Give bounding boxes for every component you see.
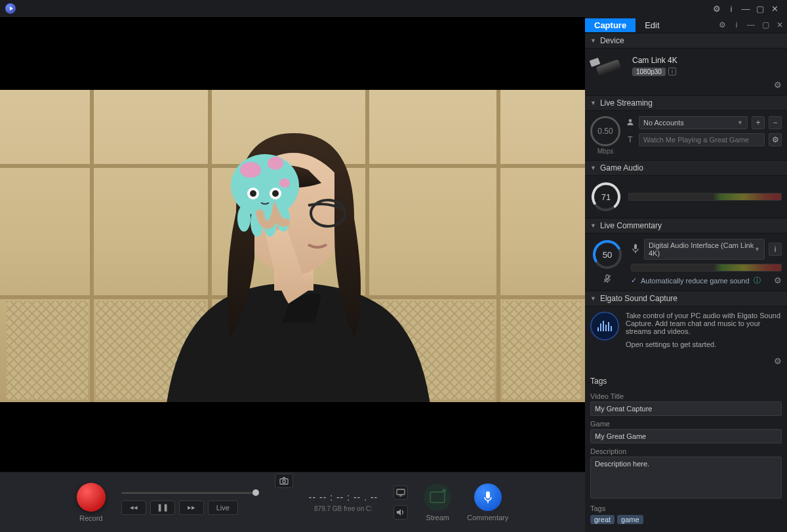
disk-free-label: 879.7 GB free on C: [309,505,378,512]
help-icon[interactable]: ⓘ [754,276,761,285]
app-logo-icon [5,3,16,14]
sound-capture-open: Open settings to get started. [626,340,782,348]
svg-point-20 [279,178,290,188]
window-minimize-button[interactable]: — [738,1,753,16]
flashback-slider[interactable] [121,492,259,494]
svg-rect-30 [0,61,585,90]
sound-capture-header-label: Elgato Sound Capture [600,294,677,303]
panel-info-icon[interactable]: i [729,18,744,32]
title-icon: T [626,135,635,144]
game-audio-header-label: Game Audio [600,163,643,173]
description-input[interactable] [590,457,782,499]
rewind-button[interactable]: ◂◂ [121,501,146,515]
tag-pill[interactable]: great [590,515,615,524]
svg-point-25 [237,205,251,232]
stream-title-settings-icon[interactable]: ⚙ [769,133,782,146]
svg-point-18 [240,162,261,178]
section-device-header[interactable]: ▼ Device [585,33,787,49]
chevron-down-icon: ▼ [590,37,596,44]
tag-pill[interactable]: game [617,515,643,524]
section-sound-capture-header[interactable]: ▼ Elgato Sound Capture [585,291,787,306]
stream-title-input[interactable] [639,133,765,146]
device-image-icon [590,54,626,77]
remove-account-button[interactable]: − [769,116,782,129]
speaker-toggle-button[interactable] [394,505,408,520]
commentary-source-info-icon[interactable]: i [769,243,782,256]
section-tags-header: Tags [585,371,787,388]
pause-button[interactable]: ❚❚ [150,501,175,515]
game-audio-meter [628,193,782,201]
svg-rect-46 [634,244,637,249]
add-account-button[interactable]: + [752,116,765,129]
commentary-button[interactable] [474,483,502,511]
stream-button[interactable] [424,483,451,511]
auto-reduce-checkbox[interactable]: ✓ [631,276,637,285]
device-settings-gear-icon[interactable]: ⚙ [774,80,782,90]
panel-close-icon[interactable]: ✕ [773,18,787,32]
commentary-source-select[interactable]: Digital Audio Interface (Cam Link 4K)▼ [644,239,765,260]
svg-rect-9 [7,301,88,399]
section-streaming-header[interactable]: ▼ Live Streaming [585,95,787,111]
capture-pane: Record ◂◂ ❚❚ ▸▸ Live -- -- : -- : -- . -… [0,17,585,532]
description-label: Description [590,447,782,455]
commentary-volume-dial[interactable]: 50 [592,239,623,270]
chevron-down-icon: ▼ [590,222,596,229]
svg-point-22 [250,190,256,197]
sound-capture-icon [590,312,619,340]
tab-capture[interactable]: Capture [585,18,636,32]
commentary-label: Commentary [467,514,508,522]
streaming-header-label: Live Streaming [600,98,653,108]
sound-capture-desc: Take control of your PC audio with Elgat… [626,312,782,335]
chevron-down-icon: ▼ [590,165,596,171]
window-maximize-button[interactable]: ▢ [753,1,767,16]
video-title-input[interactable] [590,401,782,416]
commentary-mute-icon[interactable] [603,274,612,285]
tags-header-label: Tags [590,377,607,386]
streaming-account-select[interactable]: No Accounts▼ [639,116,748,129]
device-header-label: Device [600,36,624,45]
section-commentary-header[interactable]: ▼ Live Commentary [585,218,787,234]
commentary-meter [631,264,782,272]
bitrate-unit: Mbps [590,148,620,155]
svg-rect-12 [502,301,581,399]
tag-pills: great game [590,515,782,524]
svg-rect-36 [486,491,490,499]
svg-point-24 [272,190,279,197]
stream-label: Stream [426,514,449,522]
record-label: Record [79,514,102,522]
chevron-down-icon: ▼ [737,119,743,126]
commentary-settings-gear-icon[interactable]: ⚙ [774,276,782,285]
device-info-icon[interactable]: i [668,68,676,75]
panel-settings-icon[interactable]: ⚙ [715,18,729,32]
account-icon [626,118,635,128]
screenshot-button[interactable] [275,474,293,488]
game-input[interactable] [590,429,782,443]
section-game-audio-header[interactable]: ▼ Game Audio [585,160,787,176]
game-audio-volume-dial[interactable]: 71 [590,181,622,213]
chevron-down-icon: ▼ [590,100,596,106]
window-close-button[interactable]: ✕ [767,1,782,16]
panel-minimize-icon[interactable]: — [744,18,758,32]
monitor-toggle-button[interactable] [394,485,408,500]
device-mode-badge: 1080p30 [632,68,666,76]
settings-gear-icon[interactable]: ⚙ [710,1,724,16]
bitrate-dial[interactable]: 0.50 [590,116,620,146]
transport-bar: Record ◂◂ ❚❚ ▸▸ Live -- -- : -- : -- . -… [0,472,585,532]
chevron-down-icon: ▼ [754,246,760,253]
tags-field-label: Tags [590,504,782,512]
svg-rect-31 [0,402,585,428]
panel-maximize-icon[interactable]: ▢ [758,18,773,32]
record-button[interactable] [77,483,106,512]
svg-point-19 [268,157,283,170]
live-button[interactable]: Live [208,501,238,515]
chevron-down-icon: ▼ [590,295,596,302]
forward-button[interactable]: ▸▸ [179,501,204,515]
svg-point-33 [283,480,285,483]
auto-reduce-label: Automatically reduce game sound [641,277,750,285]
timecode-display: -- -- : -- : -- . -- [309,492,378,502]
tab-edit[interactable]: Edit [636,18,668,32]
info-icon[interactable]: i [724,1,738,16]
device-name: Cam Link 4K [632,56,677,65]
sound-capture-settings-gear-icon[interactable]: ⚙ [774,356,782,366]
timeline-block: ◂◂ ❚❚ ▸▸ Live [121,490,259,515]
